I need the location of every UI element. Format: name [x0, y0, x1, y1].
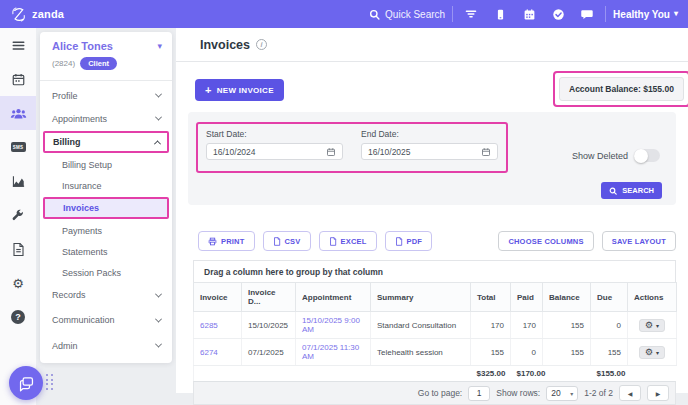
row-actions-button[interactable]: ⚙ ▾ — [639, 346, 665, 359]
filter-icon[interactable] — [460, 4, 482, 24]
sms-icon[interactable]: SMS — [0, 130, 36, 164]
col-actions: Actions — [628, 283, 677, 312]
sidebar-item-communication[interactable]: Communication — [40, 307, 172, 333]
app-window: zanda Quick Search — [0, 0, 688, 405]
invoice-link[interactable]: 6285 — [200, 321, 218, 330]
gear-icon: ⚙ — [645, 348, 653, 357]
sidebar-item-invoices[interactable]: Invoices — [45, 199, 167, 217]
chat-icon[interactable] — [576, 4, 598, 24]
chevron-down-icon: ▾ — [656, 349, 659, 356]
paid-cell: 170 — [511, 312, 543, 339]
divider — [452, 6, 453, 22]
sidebar-item-profile[interactable]: Profile — [40, 84, 172, 107]
next-page-button[interactable]: ▶ — [647, 385, 669, 401]
account-balance: Account Balance: $155.00 — [559, 77, 684, 101]
reports-icon[interactable] — [0, 164, 36, 198]
sidebar-item-label: Invoices — [63, 203, 99, 213]
excel-button[interactable]: EXCEL — [319, 231, 377, 251]
chevron-down-icon[interactable]: ▾ — [157, 41, 162, 51]
chevron-down-icon: ▾ — [674, 10, 678, 18]
rail-clients-icon[interactable] — [0, 96, 36, 130]
chat-fab-button[interactable] — [9, 366, 43, 400]
print-button[interactable]: PRINT — [198, 231, 255, 251]
col-appointment[interactable]: Appointment — [296, 283, 371, 312]
col-invoice[interactable]: Invoice — [194, 283, 242, 312]
quick-search-label: Quick Search — [385, 9, 445, 20]
sidebar-item-appointments[interactable]: Appointments — [40, 107, 172, 130]
col-total[interactable]: Total — [471, 283, 511, 312]
sidebar-item-billing[interactable]: Billing — [45, 133, 167, 151]
chevron-down-icon: ▾ — [656, 322, 659, 329]
sidebar-item-payments[interactable]: Payments — [40, 220, 172, 241]
col-balance[interactable]: Balance — [543, 283, 591, 312]
choose-columns-button[interactable]: CHOOSE COLUMNS — [498, 231, 593, 251]
sidebar-item-billing-setup[interactable]: Billing Setup — [40, 154, 172, 175]
chat-bubbles-icon — [18, 375, 35, 392]
calendar-icon[interactable] — [326, 147, 336, 157]
sidebar-item-statements[interactable]: Statements — [40, 241, 172, 262]
quick-search[interactable]: Quick Search — [369, 9, 445, 20]
brand-logo[interactable]: zanda — [10, 6, 64, 23]
total-cell: 170 — [471, 312, 511, 339]
go-to-page-label: Go to page: — [418, 388, 462, 398]
search-icon — [369, 9, 380, 20]
start-date-input[interactable]: 16/10/2024 — [206, 143, 343, 160]
help-icon[interactable]: ? — [0, 300, 36, 334]
tools-icon[interactable] — [0, 198, 36, 232]
csv-button[interactable]: CSV — [263, 231, 311, 251]
file-icon — [395, 237, 403, 246]
paid-sum: $170.00 — [511, 366, 543, 382]
save-layout-button[interactable]: SAVE LAYOUT — [602, 231, 676, 251]
new-invoice-button[interactable]: + NEW INVOICE — [195, 79, 284, 101]
search-button[interactable]: SEARCH — [601, 182, 662, 199]
show-deleted-toggle[interactable] — [634, 149, 660, 162]
appointment-link[interactable]: 15/10/2025 9:00 AM — [302, 316, 360, 334]
print-label: PRINT — [221, 237, 245, 246]
chevron-down-icon — [155, 114, 162, 121]
start-date-value: 16/10/2024 — [213, 147, 256, 157]
sidebar-item-label: Profile — [52, 91, 78, 101]
group-by-bar[interactable]: Drag a column here to group by that colu… — [193, 260, 676, 282]
sidebar-item-insurance[interactable]: Insurance — [40, 175, 172, 196]
chevron-down-icon — [155, 341, 162, 348]
save-layout-label: SAVE LAYOUT — [612, 237, 666, 246]
chevron-down-icon — [155, 91, 162, 98]
summary-cell: Standard Consultation — [371, 312, 471, 339]
due-sum: $155.00 — [591, 366, 628, 382]
invoices-grid: Invoice Invoice D... Appointment Summary… — [193, 282, 676, 405]
top-bar: zanda Quick Search — [0, 0, 688, 28]
col-invoice-date[interactable]: Invoice D... — [242, 283, 296, 312]
calendar-icon[interactable] — [481, 147, 491, 157]
appointment-link[interactable]: 07/1/2025 11:30 AM — [302, 343, 359, 361]
page-number-input[interactable]: 1 — [468, 386, 490, 401]
col-due[interactable]: Due — [591, 283, 628, 312]
settings-gear-icon[interactable]: ⚙ — [0, 266, 36, 300]
col-paid[interactable]: Paid — [511, 283, 543, 312]
invoice-link[interactable]: 6274 — [200, 348, 218, 357]
plus-icon: + — [205, 85, 212, 96]
phone-icon[interactable] — [489, 4, 511, 24]
sidebar-item-label: Session Packs — [62, 268, 121, 278]
info-icon[interactable]: i — [256, 39, 267, 50]
prev-page-button[interactable]: ◀ — [619, 385, 641, 401]
account-menu[interactable]: Healthy You ▾ — [613, 9, 678, 20]
menu-icon[interactable] — [0, 28, 36, 62]
row-actions-button[interactable]: ⚙ ▾ — [639, 319, 665, 332]
zanda-logo-icon — [10, 6, 27, 23]
chevron-up-icon — [154, 140, 161, 147]
check-circle-icon[interactable] — [547, 4, 569, 24]
notes-icon[interactable] — [0, 232, 36, 266]
sidebar-item-session-packs[interactable]: Session Packs — [40, 262, 172, 283]
table-header-row: Invoice Invoice D... Appointment Summary… — [194, 283, 677, 312]
col-summary[interactable]: Summary — [371, 283, 471, 312]
client-name[interactable]: Alice Tones — [52, 40, 113, 52]
end-date-input[interactable]: 16/10/2025 — [361, 143, 498, 160]
sidebar-item-admin[interactable]: Admin — [40, 333, 172, 358]
calendar-icon[interactable] — [518, 4, 540, 24]
drag-handle[interactable] — [46, 374, 54, 391]
pdf-button[interactable]: PDF — [385, 231, 433, 251]
rail-calendar-icon[interactable] — [0, 62, 36, 96]
sidebar-item-records[interactable]: Records — [40, 283, 172, 307]
gear-icon: ⚙ — [645, 321, 653, 330]
rows-per-page-select[interactable]: 20 ▾ — [546, 386, 578, 401]
